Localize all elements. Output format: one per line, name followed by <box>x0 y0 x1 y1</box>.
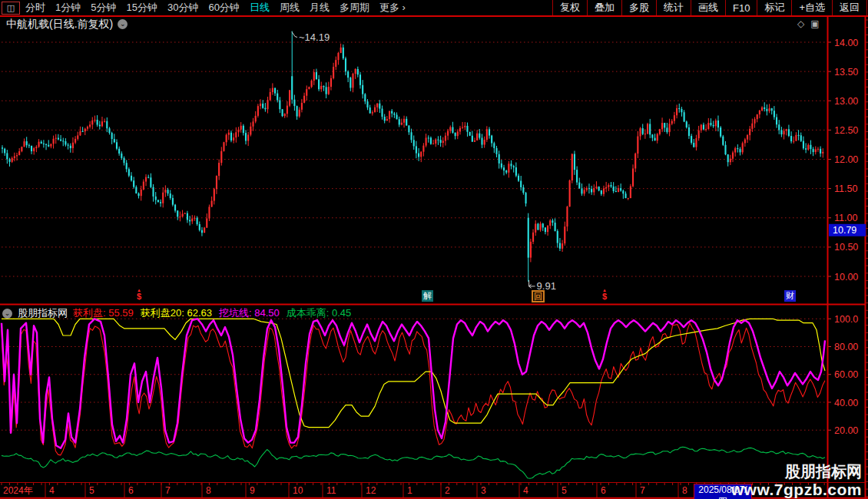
indicator-axis-label: 60.00 <box>834 369 858 380</box>
price-axis-label: 12.50 <box>834 125 858 136</box>
timeline-month-label: 5 <box>562 484 567 497</box>
indicator-line-3 <box>2 447 825 478</box>
timeline-month-label: 6 <box>601 484 606 497</box>
indicator-header: ⌄ 股朋指标网 获利盘: 55.59获利盘20: 62.63挖坑线: 84.50… <box>2 306 358 320</box>
candles-layer <box>2 31 823 282</box>
timeline-month-label: 4 <box>49 484 55 497</box>
app-window: ◫ 分时1分钟5分钟15分钟30分钟60分钟日线周线月线多周期更多 › 复权叠加… <box>0 0 868 499</box>
indicator-values: 获利盘: 55.59获利盘20: 62.63挖坑线: 84.50成本乖离: 0.… <box>73 306 358 320</box>
price-axis-label: 10.00 <box>834 272 858 283</box>
price-axis-label: 10.50 <box>834 242 858 253</box>
high-price-annotation: ~14.19 <box>299 31 330 43</box>
timeline-month-label: 9 <box>250 484 255 497</box>
indicator-value-3: 成本乖离: 0.45 <box>287 307 352 319</box>
current-price-tag-label: 10.79 <box>833 225 856 236</box>
indicator-axis-label: 40.00 <box>834 398 858 408</box>
timeline-month-label: 11 <box>326 484 336 497</box>
timeline-year-label: 2024年 <box>3 484 33 497</box>
watermark-url: www.7gpzb.com <box>731 481 862 498</box>
event-marker-cai[interactable]: 财 <box>784 290 796 302</box>
price-axis-label: 11.00 <box>834 213 857 223</box>
timeline-month-label: 4 <box>523 484 528 497</box>
timeline-month-label: 8 <box>682 484 687 497</box>
price-axis-label: 13.00 <box>834 96 858 107</box>
indicator-axis-label: 100.0 <box>834 314 858 325</box>
indicator-axis-label: 80.00 <box>834 342 858 352</box>
indicator-axis-label: 20.00 <box>834 425 858 436</box>
indicator-value-0: 获利盘: 55.59 <box>73 307 134 319</box>
watermark: 股朋指标网 www.7gpzb.com <box>731 463 862 498</box>
timeline-month-label: 2 <box>445 484 450 497</box>
indicator-line-2 <box>2 319 825 448</box>
indicator-value-1: 获利盘20: 62.63 <box>141 307 212 319</box>
chart-canvas: 14.0013.5013.0012.5012.0011.5011.0010.50… <box>0 0 868 499</box>
price-axis-label: 13.50 <box>834 67 858 78</box>
indicator-collapse-icon[interactable]: ⌄ <box>2 309 12 319</box>
event-marker-hui[interactable]: 回 <box>532 290 545 302</box>
watermark-site-name: 股朋指标网 <box>731 463 862 481</box>
price-axis-label: 11.50 <box>834 183 857 194</box>
indicator-value-2: 挖坑线: 84.50 <box>219 307 280 319</box>
event-marker-dollar[interactable]: ▲$ <box>134 289 144 300</box>
timeline-month-label: 7 <box>165 484 171 497</box>
price-axis-label: 12.00 <box>834 154 858 165</box>
timeline-month-label: 7 <box>640 484 645 497</box>
indicator-source-label: 股朋指标网 <box>18 306 68 320</box>
event-marker-dollar[interactable]: ▲$ <box>600 289 609 300</box>
timeline-month-label: 12 <box>366 484 376 497</box>
timeline-month-label: 6 <box>128 484 134 497</box>
timeline-month-label: 3 <box>481 484 486 497</box>
indicator-line-0 <box>2 323 825 455</box>
timeline-month-label: 5 <box>89 484 94 497</box>
event-marker-jie[interactable]: 解 <box>422 290 433 302</box>
timeline-month-label: 8 <box>206 484 211 497</box>
price-axis-label: 14.00 <box>834 38 858 48</box>
timeline-month-label: 10 <box>293 484 303 497</box>
timeline-month-label: 1 <box>407 484 412 497</box>
